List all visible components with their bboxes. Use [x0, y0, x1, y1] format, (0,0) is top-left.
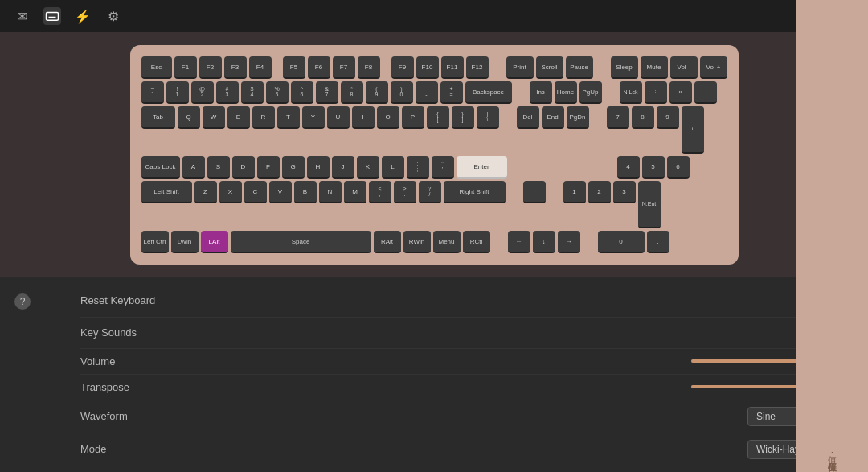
key-a[interactable]: A	[182, 156, 205, 179]
key-c[interactable]: C	[244, 181, 267, 203]
key-vol-down[interactable]: Vol -	[670, 56, 698, 79]
key-rbracket[interactable]: }]	[452, 106, 474, 129]
key-rctrl[interactable]: RCtl	[463, 231, 490, 253]
key-f11[interactable]: F11	[441, 56, 464, 79]
key-9[interactable]: (9	[366, 81, 388, 104]
key-numdot[interactable]: .	[647, 231, 669, 253]
key-num5[interactable]: 5	[642, 156, 665, 179]
key-numadd[interactable]: +	[682, 106, 704, 154]
key-numsub[interactable]: −	[694, 81, 717, 104]
key-2[interactable]: @2	[191, 81, 214, 104]
key-d[interactable]: D	[232, 156, 255, 179]
key-backtick[interactable]: ~`	[141, 81, 164, 104]
key-semicolon[interactable]: :;	[407, 156, 429, 179]
key-s[interactable]: S	[207, 156, 230, 179]
key-backspace[interactable]: Backspace	[465, 81, 512, 104]
key-num3[interactable]: 3	[613, 181, 636, 203]
key-num7[interactable]: 7	[607, 106, 629, 129]
key-down[interactable]: ↓	[533, 231, 555, 253]
key-3[interactable]: #3	[216, 81, 239, 104]
email-icon[interactable]: ✉	[13, 7, 31, 25]
key-backslash[interactable]: |\	[477, 106, 499, 129]
key-f5[interactable]: F5	[283, 56, 305, 79]
key-q[interactable]: Q	[178, 106, 200, 129]
key-quote[interactable]: "'	[432, 156, 454, 179]
key-tab[interactable]: Tab	[141, 106, 175, 129]
key-e[interactable]: E	[227, 106, 250, 129]
key-t[interactable]: T	[277, 106, 300, 129]
key-numdiv[interactable]: ÷	[645, 81, 667, 104]
key-f10[interactable]: F10	[416, 56, 439, 79]
help-icon[interactable]: ?	[14, 293, 31, 310]
key-b[interactable]: B	[294, 181, 317, 203]
key-w[interactable]: W	[203, 106, 225, 129]
key-sleep[interactable]: Sleep	[611, 56, 638, 79]
key-comma[interactable]: <,	[369, 181, 391, 203]
key-capslock[interactable]: Caps Lock	[141, 156, 180, 179]
key-r[interactable]: R	[252, 106, 275, 129]
key-h[interactable]: H	[307, 156, 330, 179]
key-numlck[interactable]: N.Lck	[620, 81, 642, 104]
key-n[interactable]: N	[319, 181, 342, 203]
key-num8[interactable]: 8	[632, 106, 654, 129]
key-menu[interactable]: Menu	[433, 231, 461, 253]
key-f8[interactable]: F8	[358, 56, 380, 79]
key-nument[interactable]: N.Ent	[638, 181, 661, 228]
key-nummul[interactable]: ×	[669, 81, 692, 104]
key-left[interactable]: ←	[508, 231, 530, 253]
key-7[interactable]: &7	[316, 81, 338, 104]
key-num2[interactable]: 2	[588, 181, 611, 203]
key-minus[interactable]: _-	[416, 81, 438, 104]
key-lalt[interactable]: LAlt	[201, 231, 228, 253]
key-x[interactable]: X	[219, 181, 242, 203]
key-f1[interactable]: F1	[174, 56, 197, 79]
key-ins[interactable]: Ins	[530, 81, 552, 104]
key-8[interactable]: *8	[341, 81, 363, 104]
key-f9[interactable]: F9	[391, 56, 414, 79]
key-4[interactable]: $4	[241, 81, 264, 104]
settings-icon[interactable]: ⚙	[104, 7, 122, 25]
key-lbracket[interactable]: {[	[427, 106, 449, 129]
key-p[interactable]: P	[402, 106, 424, 129]
key-scroll[interactable]: Scroll	[536, 56, 563, 79]
key-m[interactable]: M	[344, 181, 366, 203]
key-num6[interactable]: 6	[667, 156, 690, 179]
key-mute[interactable]: Mute	[641, 56, 668, 79]
key-print[interactable]: Print	[506, 56, 534, 79]
key-num1[interactable]: 1	[563, 181, 586, 203]
key-slash[interactable]: ?/	[419, 181, 441, 203]
key-num4[interactable]: 4	[617, 156, 640, 179]
key-rshift[interactable]: Right Shift	[444, 181, 506, 203]
key-end[interactable]: End	[542, 106, 564, 129]
key-pgdn[interactable]: PgDn	[567, 106, 589, 129]
key-lshift[interactable]: Left Shift	[141, 181, 192, 203]
key-5[interactable]: %5	[266, 81, 289, 104]
key-period[interactable]: >.	[394, 181, 416, 203]
key-f7[interactable]: F7	[333, 56, 355, 79]
key-num9[interactable]: 9	[657, 106, 679, 129]
key-f[interactable]: F	[257, 156, 280, 179]
key-esc[interactable]: Esc	[141, 56, 172, 79]
key-ralt[interactable]: RAlt	[374, 231, 401, 253]
key-f3[interactable]: F3	[224, 56, 247, 79]
key-y[interactable]: Y	[302, 106, 325, 129]
key-6[interactable]: ^6	[291, 81, 313, 104]
key-f6[interactable]: F6	[308, 56, 330, 79]
key-k[interactable]: K	[357, 156, 379, 179]
key-l[interactable]: L	[382, 156, 404, 179]
key-u[interactable]: U	[327, 106, 350, 129]
key-pgup[interactable]: PgUp	[579, 81, 602, 104]
key-j[interactable]: J	[332, 156, 354, 179]
key-g[interactable]: G	[282, 156, 305, 179]
lightning-icon[interactable]: ⚡	[74, 7, 92, 25]
key-lwin[interactable]: LWin	[171, 231, 199, 253]
key-i[interactable]: I	[352, 106, 375, 129]
key-pause[interactable]: Pause	[566, 56, 593, 79]
key-home[interactable]: Home	[555, 81, 577, 104]
key-0[interactable]: )0	[391, 81, 413, 104]
key-num0[interactable]: 0	[598, 231, 645, 253]
key-del[interactable]: Del	[517, 106, 539, 129]
key-lctrl[interactable]: Left Ctrl	[141, 231, 169, 253]
key-1[interactable]: !1	[166, 81, 189, 104]
key-rwin[interactable]: RWin	[403, 231, 431, 253]
